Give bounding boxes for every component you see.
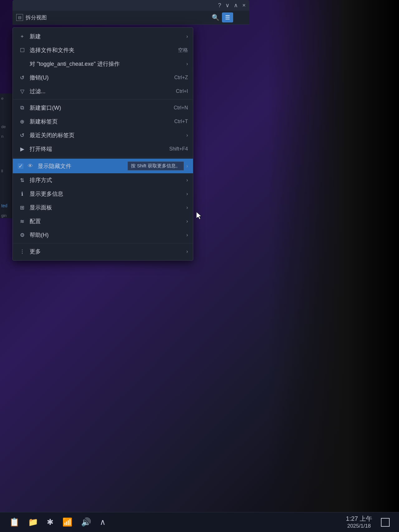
menu-icon: ☰ [225, 15, 230, 20]
menu-item-recent-tabs[interactable]: ↺最近关闭的标签页› [13, 128, 193, 142]
menu-item-operate-on[interactable]: 对 "toggle_anti_cheat.exe" 进行操作› [13, 57, 193, 71]
menu-item-open-terminal[interactable]: ▶打开终端Shift+F4 [13, 142, 193, 156]
left-panel-text-5: ted [0, 201, 14, 211]
label-sort-by: 排序方式 [30, 176, 184, 184]
label-new: 新建 [30, 33, 184, 40]
label-new-tab: 新建标签页 [30, 118, 174, 125]
toolbar: ⊟ 拆分视图 🔍 ☰ [12, 11, 249, 25]
collapse-button[interactable]: ∨ [225, 2, 229, 9]
icon-config: ≋ [18, 218, 26, 225]
arrow-sort-by: › [186, 177, 188, 183]
split-view-icon: ⊟ [16, 14, 23, 21]
menu-item-show-panel[interactable]: ⊞显示面板› [13, 201, 193, 214]
label-operate-on: 对 "toggle_anti_cheat.exe" 进行操作 [30, 60, 184, 68]
icon-help: ⚙ [18, 232, 26, 238]
sound-icon[interactable]: 🔊 [81, 517, 91, 527]
background-right [268, 0, 399, 532]
arrow-more: › [186, 249, 188, 254]
menu-item-sort-by[interactable]: ⇅排序方式› [13, 173, 193, 187]
label-show-more-info: 显示更多信息 [30, 190, 184, 198]
expand-button[interactable]: ∧ [234, 2, 238, 9]
label-show-panel: 显示面板 [30, 204, 184, 211]
clock-time: 1:27 上午 [346, 515, 372, 523]
dropdown-menu: +新建›☐选择文件和文件夹空格对 "toggle_anti_cheat.exe"… [12, 27, 193, 261]
wifi-icon[interactable]: 📶 [62, 517, 72, 527]
clipboard-icon[interactable]: 📋 [9, 517, 19, 527]
split-view-label[interactable]: 拆分视图 [26, 14, 47, 21]
shortcut-select-files: 空格 [178, 47, 188, 54]
bluetooth-icon[interactable]: ✱ [47, 517, 54, 527]
svg-marker-0 [196, 212, 201, 219]
menu-item-select-files[interactable]: ☐选择文件和文件夹空格 [13, 43, 193, 57]
icon-new: + [18, 33, 26, 40]
icon-undo: ↺ [18, 74, 26, 81]
taskbar: 📋 📁 ✱ 📶 🔊 ∧ 1:27 上午 2025/1/18 [0, 512, 399, 532]
shortcut-filter: Ctrl+I [176, 89, 188, 94]
window-manager-button[interactable] [381, 518, 390, 527]
label-new-window: 新建窗口(W) [30, 104, 174, 112]
search-button[interactable]: 🔍 [212, 14, 219, 21]
left-panel-text-6: gin [0, 211, 14, 220]
left-panel-text-4: ll [0, 166, 14, 176]
arrow-operate-on: › [186, 61, 188, 67]
mouse-cursor [196, 212, 203, 219]
label-select-files: 选择文件和文件夹 [30, 46, 178, 54]
menu-item-new-tab[interactable]: ⊕新建标签页Ctrl+T [13, 115, 193, 128]
label-open-terminal: 打开终端 [30, 145, 169, 153]
arrow-up-icon[interactable]: ∧ [100, 517, 106, 527]
arrow-recent-tabs: › [186, 132, 188, 138]
icon-open-terminal: ▶ [18, 146, 26, 152]
shortcut-new-tab: Ctrl+T [174, 119, 188, 124]
menu-item-config[interactable]: ≋配置› [13, 214, 193, 228]
label-config: 配置 [30, 218, 184, 225]
label-filter: 过滤... [30, 88, 176, 95]
files-icon[interactable]: 📁 [28, 517, 38, 527]
penguin-icon [236, 12, 246, 22]
separator-after-open-terminal [13, 157, 193, 157]
label-show-hidden: 显示隐藏文件 [38, 162, 125, 170]
label-recent-tabs: 最近关闭的标签页 [30, 132, 184, 139]
close-button[interactable]: × [242, 2, 246, 9]
menu-item-new[interactable]: +新建› [13, 30, 193, 43]
menu-item-more[interactable]: ⋮更多› [13, 245, 193, 258]
label-undo: 撤销(U) [30, 74, 174, 81]
arrow-show-hidden: › [186, 163, 188, 169]
label-more: 更多 [30, 248, 184, 255]
arrow-help: › [186, 232, 188, 238]
menu-item-show-more-info[interactable]: ℹ显示更多信息› [13, 187, 193, 201]
icon-show-panel: ⊞ [18, 204, 26, 211]
clock-date: 2025/1/18 [346, 523, 372, 530]
icon-select-files: ☐ [18, 47, 26, 54]
shortcut-undo: Ctrl+Z [174, 75, 188, 80]
separator-after-help [13, 243, 193, 243]
title-bar: ? ∨ ∧ × [12, 0, 249, 11]
menu-item-show-hidden[interactable]: ✓👁显示隐藏文件按 Shift 获取更多信息。› [13, 159, 193, 173]
left-panel-text-3: n [0, 132, 14, 141]
arrow-show-panel: › [186, 205, 188, 210]
split-icon-symbol: ⊟ [18, 15, 22, 20]
checkbox-show-hidden: ✓ [18, 163, 23, 169]
help-button[interactable]: ? [218, 2, 221, 9]
icon-new-tab: ⊕ [18, 118, 26, 125]
menu-item-undo[interactable]: ↺撤销(U)Ctrl+Z [13, 71, 193, 84]
arrow-show-more-info: › [186, 191, 188, 197]
shortcut-open-terminal: Shift+F4 [169, 146, 188, 152]
arrow-config: › [186, 218, 188, 224]
clock: 1:27 上午 2025/1/18 [346, 515, 372, 530]
shortcut-new-window: Ctrl+N [174, 105, 188, 111]
left-panel: e de n ll ted gin [0, 93, 14, 218]
icon-recent-tabs: ↺ [18, 132, 26, 139]
file-manager-window: ? ∨ ∧ × ⊟ 拆分视图 🔍 ☰ [12, 0, 249, 25]
label-help: 帮助(H) [30, 231, 184, 239]
menu-item-filter[interactable]: ▽过滤...Ctrl+I [13, 84, 193, 98]
menu-button[interactable]: ☰ [222, 12, 233, 22]
icon-more: ⋮ [18, 248, 26, 255]
eye-icon-show-hidden: 👁 [26, 163, 35, 169]
icon-filter: ▽ [18, 88, 26, 95]
left-panel-text-2: de [0, 122, 14, 132]
icon-sort-by: ⇅ [18, 177, 26, 184]
menu-item-help[interactable]: ⚙帮助(H)› [13, 228, 193, 242]
left-panel-text-1: e [0, 93, 14, 103]
menu-item-new-window[interactable]: ⧉新建窗口(W)Ctrl+N [13, 101, 193, 115]
arrow-new: › [186, 34, 188, 39]
